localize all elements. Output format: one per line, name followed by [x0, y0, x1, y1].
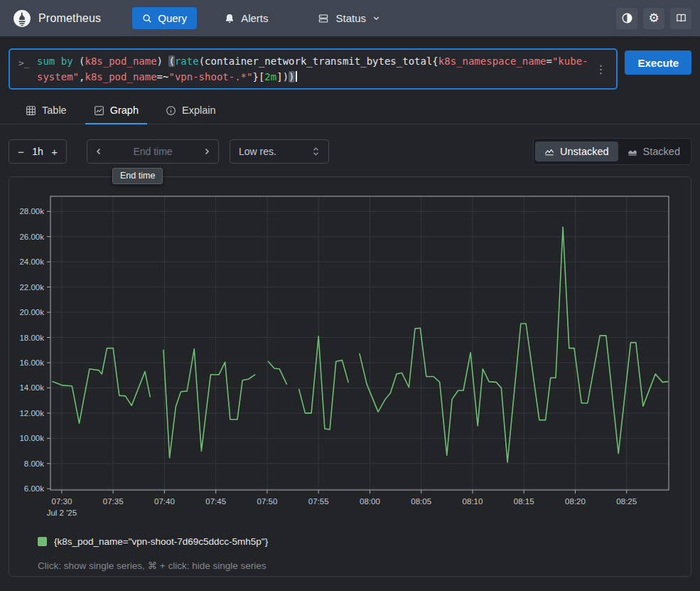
resolution-select[interactable]: Low res.: [230, 139, 329, 164]
end-time-placeholder: End time: [133, 146, 172, 157]
search-icon: [142, 14, 152, 23]
svg-text:07:30: 07:30: [52, 497, 72, 506]
nav-query-label: Query: [158, 12, 187, 24]
execute-button[interactable]: Execute: [625, 50, 691, 75]
query-editor-row: >_ sum by (k8s_pod_name) (rate(container…: [9, 48, 691, 90]
contrast-icon: [621, 12, 633, 24]
navbar: Prometheus Query Alerts Status: [0, 0, 700, 36]
tab-explain[interactable]: Explain: [157, 100, 225, 124]
svg-text:08:05: 08:05: [411, 497, 431, 506]
tab-table-label: Table: [42, 105, 67, 116]
settings-button[interactable]: ⚙: [643, 8, 664, 29]
svg-text:08:00: 08:00: [360, 497, 380, 506]
svg-text:6.00k: 6.00k: [24, 484, 44, 493]
legend-item[interactable]: {k8s_pod_name="vpn-shoot-7d69c5ddcc-5mh5…: [38, 536, 268, 547]
server-stack-icon: [318, 13, 329, 24]
select-chevrons-icon: [312, 147, 320, 156]
svg-text:07:35: 07:35: [103, 497, 124, 506]
svg-text:10.00k: 10.00k: [19, 434, 44, 442]
prometheus-app: Prometheus Query Alerts Status: [0, 0, 700, 591]
stacked-area-icon: [628, 147, 637, 156]
svg-text:14.00k: 14.00k: [19, 383, 44, 392]
nav-status-menu[interactable]: Status: [308, 7, 390, 29]
chevron-down-icon: [372, 14, 380, 22]
end-time-tooltip: End time: [112, 168, 163, 184]
svg-text:08:20: 08:20: [565, 497, 586, 506]
nav-alerts-button[interactable]: Alerts: [214, 7, 278, 29]
query-code[interactable]: sum by (k8s_pod_name) (rate(container_ne…: [37, 48, 592, 90]
svg-text:20.00k: 20.00k: [19, 308, 44, 316]
svg-text:28.00k: 28.00k: [19, 207, 44, 215]
graph-panel: 6.00k8.00k10.00k12.00k14.00k16.00k18.00k…: [9, 176, 691, 577]
tab-graph[interactable]: Graph: [85, 100, 147, 124]
svg-text:07:55: 07:55: [308, 497, 329, 506]
nav-query-button[interactable]: Query: [132, 7, 197, 29]
svg-text:07:40: 07:40: [154, 497, 175, 506]
svg-text:12.00k: 12.00k: [19, 409, 44, 417]
chevron-right-icon[interactable]: [203, 147, 211, 156]
tab-graph-label: Graph: [110, 105, 139, 116]
svg-text:07:45: 07:45: [205, 497, 226, 506]
navbar-actions: ⚙: [616, 8, 691, 29]
svg-text:07:50: 07:50: [257, 497, 278, 506]
legend-series-label: {k8s_pod_name="vpn-shoot-7d69c5ddcc-5mh5…: [54, 536, 268, 547]
nav-alerts-label: Alerts: [241, 12, 268, 24]
svg-text:16.00k: 16.00k: [19, 358, 44, 367]
graph-icon: [94, 105, 104, 116]
unstacked-label: Unstacked: [560, 146, 609, 157]
chevron-left-icon[interactable]: [95, 147, 103, 156]
prompt-icon: >_: [18, 58, 37, 68]
svg-text:26.00k: 26.00k: [19, 233, 44, 241]
range-increase-button[interactable]: +: [50, 146, 59, 158]
nav-status-label: Status: [335, 12, 366, 24]
book-icon: [675, 12, 687, 24]
end-time-input[interactable]: End time: [87, 139, 219, 164]
svg-text:Jul 2 '25: Jul 2 '25: [47, 509, 77, 517]
tab-table[interactable]: Table: [17, 100, 75, 124]
svg-text:08:25: 08:25: [616, 497, 637, 506]
query-menu-button[interactable]: ⋮: [592, 63, 609, 76]
svg-text:08:10: 08:10: [463, 497, 483, 506]
svg-text:24.00k: 24.00k: [19, 257, 44, 266]
info-icon: [166, 105, 176, 116]
unstacked-option[interactable]: Unstacked: [535, 142, 618, 161]
svg-text:08:15: 08:15: [514, 497, 534, 506]
tab-explain-label: Explain: [182, 105, 216, 116]
prometheus-logo-icon: [13, 9, 31, 28]
range-decrease-button[interactable]: −: [16, 146, 26, 158]
docs-button[interactable]: [670, 8, 691, 29]
theme-toggle-button[interactable]: [616, 8, 637, 29]
range-value-input[interactable]: 1h: [32, 146, 43, 157]
stacked-label: Stacked: [643, 146, 680, 157]
gear-icon: ⚙: [648, 12, 659, 24]
svg-text:8.00k: 8.00k: [24, 459, 44, 468]
graph-controls: − 1h + End time Low res. Unsta: [9, 139, 691, 165]
query-input[interactable]: >_ sum by (k8s_pod_name) (rate(container…: [9, 48, 618, 90]
line-chart: 6.00k8.00k10.00k12.00k14.00k16.00k18.00k…: [15, 191, 686, 527]
brand-title: Prometheus: [38, 12, 101, 25]
svg-text:22.00k: 22.00k: [19, 283, 44, 292]
range-stepper: − 1h +: [9, 139, 67, 164]
bell-icon: [224, 13, 235, 24]
legend-swatch: [38, 537, 47, 546]
line-chart-icon: [544, 147, 554, 156]
result-tabs: Table Graph Explain: [0, 100, 700, 124]
stacked-option[interactable]: Stacked: [618, 142, 689, 161]
legend-help-text: Click: show single series, ⌘ + click: hi…: [38, 560, 266, 571]
stacking-toggle: Unstacked Stacked: [533, 138, 691, 165]
resolution-value: Low res.: [239, 146, 276, 157]
table-icon: [26, 105, 36, 116]
svg-text:18.00k: 18.00k: [19, 334, 44, 342]
brand-link[interactable]: Prometheus: [13, 9, 101, 28]
graph-canvas[interactable]: 6.00k8.00k10.00k12.00k14.00k16.00k18.00k…: [15, 191, 686, 527]
